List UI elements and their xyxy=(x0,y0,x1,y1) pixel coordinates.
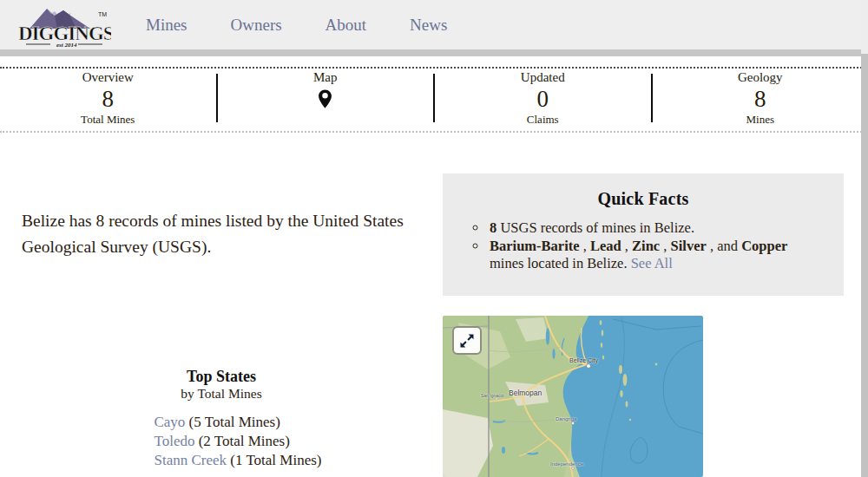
state-count: (1 Total Mines) xyxy=(227,452,321,468)
map-label-belize-city: Belize City xyxy=(569,357,598,363)
fact-text: USGS records of mines in Belize. xyxy=(496,219,694,236)
stat-label: Map xyxy=(218,70,434,85)
see-all-link[interactable]: See All xyxy=(631,255,673,271)
map-label-belmopan: Belmopan xyxy=(509,389,542,397)
nav-item-owners[interactable]: Owners xyxy=(231,16,282,35)
map-pin-icon xyxy=(318,88,332,109)
diggings-logo-art: DIGGINGS TM est 2014 xyxy=(16,3,111,49)
independence-dot xyxy=(572,467,575,470)
dangriga-dot xyxy=(571,421,574,424)
map-expand-button[interactable] xyxy=(452,326,482,355)
map-preview[interactable]: Belize City Belmopan Dangriga Independen… xyxy=(443,316,703,477)
stat-sublabel xyxy=(218,113,434,127)
state-link-toledo[interactable]: Toledo xyxy=(154,433,194,449)
mineral-name: Copper xyxy=(741,238,787,254)
stat-sublabel: Mines xyxy=(653,113,868,127)
state-item-toledo: Toledo (2 Total Mines) xyxy=(154,432,321,451)
quick-fact-minerals: Barium-Barite , Lead , Zinc , Silver , a… xyxy=(488,238,823,272)
state-link-stann-creek[interactable]: Stann Creek xyxy=(154,452,227,468)
main-nav: Mines Owners About News xyxy=(146,0,447,49)
stat-overview[interactable]: Overview 8 Total Mines xyxy=(0,70,216,127)
stat-label: Overview xyxy=(0,70,216,85)
stat-updated[interactable]: Updated 0 Claims xyxy=(435,70,651,127)
state-count: (5 Total Mines) xyxy=(185,414,279,430)
mineral-name: Zinc xyxy=(632,238,660,254)
stat-value: 8 xyxy=(653,85,868,113)
intro-paragraph: Belize has 8 records of mines listed by … xyxy=(22,208,421,260)
map-label-independence: Independence xyxy=(550,461,583,467)
stat-label: Updated xyxy=(435,70,651,85)
nav-item-about[interactable]: About xyxy=(326,16,367,35)
page-scrollbar[interactable] xyxy=(861,0,868,477)
stat-label: Geology xyxy=(653,70,868,85)
stat-value: 8 xyxy=(0,85,216,113)
quick-facts-panel: Quick Facts 8 USGS records of mines in B… xyxy=(443,173,844,296)
header-divider-strip xyxy=(0,49,868,56)
stat-map[interactable]: Map xyxy=(218,70,434,127)
brand-est: est 2014 xyxy=(56,42,77,49)
map-water xyxy=(563,316,703,477)
state-item-cayo: Cayo (5 Total Mines) xyxy=(154,413,321,432)
expand-arrows-icon xyxy=(458,332,476,350)
stat-value: 0 xyxy=(435,85,651,113)
quick-facts-title: Quick Facts xyxy=(464,189,823,209)
brand-tm: TM xyxy=(98,11,107,17)
top-states-subtitle: by Total Mines xyxy=(22,386,421,402)
top-states-title: Top States xyxy=(22,368,421,386)
scrollbar-thumb[interactable] xyxy=(861,54,868,477)
state-link-cayo[interactable]: Cayo xyxy=(154,414,185,430)
fact-count: 8 xyxy=(490,219,496,236)
mineral-name: Lead xyxy=(590,238,621,254)
stat-sublabel: Claims xyxy=(435,113,651,127)
state-count: (2 Total Mines) xyxy=(194,433,289,449)
state-item-stann-creek: Stann Creek (1 Total Mines) xyxy=(154,451,321,470)
stats-bar: Overview 8 Total Mines Map Updated 0 Cla… xyxy=(0,67,868,133)
page: DIGGINGS TM est 2014 Mines Owners About … xyxy=(0,0,868,477)
mineral-name: Silver xyxy=(671,238,707,254)
quick-fact-records: 8 USGS records of mines in Belize. xyxy=(488,219,823,237)
stat-sublabel: Total Mines xyxy=(0,113,216,127)
mineral-name: Barium-Barite xyxy=(490,238,580,254)
stat-geology[interactable]: Geology 8 Mines xyxy=(653,70,868,127)
nav-item-mines[interactable]: Mines xyxy=(146,16,187,35)
map-label-san-ignacio: San Ignacio xyxy=(481,393,503,398)
map-label-dangriga: Dangriga xyxy=(556,416,576,421)
top-states-section: Top States by Total Mines Cayo (5 Total … xyxy=(22,368,421,470)
site-header: DIGGINGS TM est 2014 Mines Owners About … xyxy=(0,0,868,49)
belize-city-dot xyxy=(587,364,591,369)
nav-item-news[interactable]: News xyxy=(410,16,447,35)
site-logo[interactable]: DIGGINGS TM est 2014 xyxy=(16,3,111,49)
